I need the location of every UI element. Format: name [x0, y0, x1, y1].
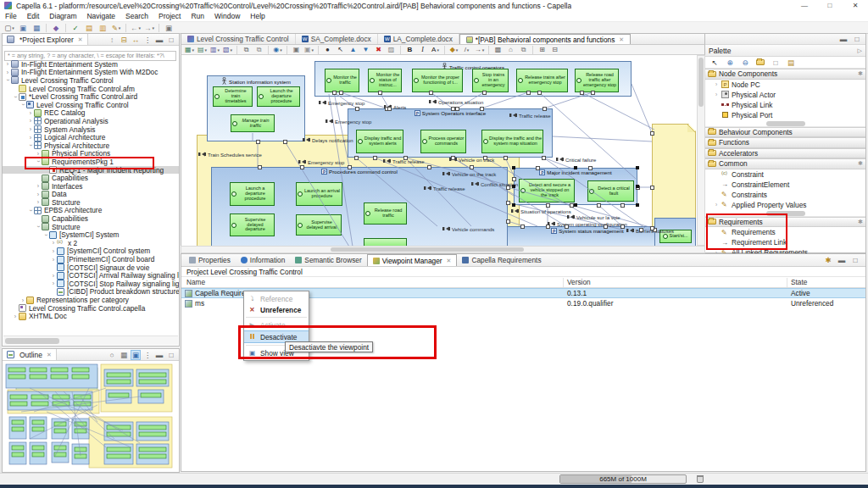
- maximize-view-icon[interactable]: □: [851, 34, 863, 44]
- save-all-icon[interactable]: ▦: [31, 23, 42, 33]
- filters-icon[interactable]: ▥▾: [209, 45, 220, 54]
- physical-function[interactable]: [364, 238, 407, 246]
- expander-icon[interactable]: ›: [36, 158, 42, 165]
- tree-item[interactable]: ›x 2: [3, 239, 179, 247]
- tab-outline[interactable]: Outline ✕: [3, 349, 57, 360]
- detach-icon[interactable]: ⧉: [253, 45, 264, 54]
- settings-icon[interactable]: ✱: [822, 255, 834, 265]
- component-port[interactable]: [526, 91, 531, 95]
- minimize-window-button[interactable]: —: [792, 0, 817, 11]
- maximize-icon[interactable]: □: [849, 255, 861, 265]
- expander-icon[interactable]: ›: [19, 297, 26, 303]
- physical-function[interactable]: Display traffic and system alerts: [356, 130, 403, 153]
- expander-icon[interactable]: ›: [5, 77, 11, 84]
- restore-window-button[interactable]: □: [817, 0, 843, 11]
- palette-scrollbar[interactable]: [705, 120, 865, 127]
- view-menu-icon[interactable]: ⋮: [142, 350, 153, 360]
- selection-handle[interactable]: [636, 166, 639, 169]
- tree-item[interactable]: Capabilities: [3, 214, 179, 223]
- expander-icon[interactable]: ›: [27, 126, 34, 132]
- component-port[interactable]: [537, 91, 542, 95]
- refresh-icon[interactable]: ○: [107, 350, 117, 360]
- tree-item[interactable]: ›[COTSCI] Stop Railway signaling lights: [3, 280, 179, 288]
- exchange-label[interactable]: Vehicle on the track: [442, 171, 496, 177]
- physical-function[interactable]: Release road traffic: [364, 202, 407, 225]
- expander-icon[interactable]: ›: [36, 224, 42, 230]
- select-tool-icon[interactable]: ↖: [335, 45, 346, 54]
- exchange-label[interactable]: Emergency stop: [319, 100, 364, 106]
- palette-group-common[interactable]: Common✱: [705, 158, 865, 169]
- component-port[interactable]: [580, 91, 584, 95]
- arrow-type-icon[interactable]: →▾: [474, 45, 485, 54]
- exchange-label[interactable]: Situation of operations: [511, 208, 571, 214]
- last-edit-location-icon[interactable]: ▣: [163, 23, 175, 33]
- component-port[interactable]: [504, 156, 508, 160]
- tree-item[interactable]: ›Interfaces: [3, 182, 179, 191]
- exchange-label[interactable]: Train Schedules service: [198, 152, 262, 158]
- component-port[interactable]: [348, 165, 352, 169]
- menu-item[interactable]: Search: [120, 12, 153, 20]
- tree-item[interactable]: Level Crossing Traffic Control.afm: [3, 85, 179, 93]
- component-port[interactable]: [546, 225, 550, 229]
- expander-icon[interactable]: ›: [4, 61, 11, 67]
- garbage-collect-icon[interactable]: [697, 475, 704, 483]
- palette-item-requirements[interactable]: Requirements: [705, 227, 865, 237]
- tree-item[interactable]: ›Structure: [3, 223, 179, 231]
- tree-item[interactable]: ›*Level Crossing Traffic Control.aird: [3, 92, 179, 101]
- component-port[interactable]: [565, 225, 569, 229]
- physical-function[interactable]: Launch the departure procedure: [257, 86, 300, 107]
- component-port[interactable]: [506, 201, 510, 205]
- component-port[interactable]: [588, 166, 593, 170]
- selection-handle[interactable]: [512, 203, 515, 207]
- tree-item[interactable]: [COTSCI] Signaux de voie: [3, 263, 179, 272]
- physical-function[interactable]: Display the traffic and the system map s…: [481, 130, 543, 153]
- marquee-tool[interactable]: □: [770, 58, 782, 68]
- tree-item[interactable]: ›Representations per category: [3, 296, 179, 304]
- physical-function[interactable]: Supervise delayed arrival: [296, 214, 342, 236]
- expander-icon[interactable]: ›: [28, 207, 34, 214]
- expander-icon[interactable]: ›: [12, 313, 19, 319]
- expander-icon[interactable]: ›: [50, 280, 57, 286]
- component-port[interactable]: [283, 140, 287, 144]
- exchange-label[interactable]: Delays notification: [303, 137, 353, 143]
- component-port[interactable]: [520, 225, 525, 229]
- expander-icon[interactable]: ›: [50, 240, 57, 246]
- group-settings-icon[interactable]: ✱: [858, 160, 863, 167]
- link-with-editor-icon[interactable]: ↔: [131, 35, 141, 45]
- physical-function[interactable]: Launch a departure procedure: [230, 182, 275, 206]
- group-settings-icon[interactable]: ✱: [858, 219, 863, 225]
- bottom-tab-information[interactable]: Information: [236, 254, 291, 266]
- component-port[interactable]: [604, 225, 608, 229]
- palette-item-physical-port[interactable]: Physical Port: [705, 110, 865, 120]
- exchange-label[interactable]: Operations situation: [429, 99, 483, 105]
- close-tab-icon[interactable]: ✕: [447, 258, 452, 264]
- zoom-in-tool[interactable]: ⊕: [724, 58, 736, 68]
- physical-function[interactable]: Supervise delayed departure: [230, 214, 275, 236]
- component-port[interactable]: [355, 107, 359, 111]
- component-port[interactable]: [258, 165, 262, 169]
- physical-function[interactable]: Process operator commands: [420, 130, 466, 153]
- component-port[interactable]: [542, 156, 546, 160]
- capella-session-icon[interactable]: ◆: [50, 23, 62, 33]
- exchange-label[interactable]: System operating configuration: [548, 221, 627, 227]
- layers-icon[interactable]: ▧▾: [222, 45, 233, 54]
- column-name[interactable]: Name: [186, 278, 205, 286]
- palette-group-behaviour-components[interactable]: Behaviour Components: [705, 127, 865, 138]
- close-view-icon[interactable]: ✕: [47, 352, 52, 358]
- move-down-icon[interactable]: ▼: [360, 45, 371, 54]
- context-menu-item-reference[interactable]: ⤵Reference: [244, 293, 309, 304]
- exchange-label[interactable]: Emergency stop: [298, 159, 344, 165]
- font-icon[interactable]: A▾: [430, 45, 441, 54]
- component-port[interactable]: [256, 140, 260, 144]
- exchange-label[interactable]: Vehicle commands: [442, 226, 494, 232]
- tags-icon[interactable]: ⌂: [505, 45, 516, 54]
- bottom-tab-viewpoint-manager[interactable]: Viewpoint Manager✕: [367, 254, 458, 266]
- zoom-out-tool[interactable]: ⊖: [739, 58, 751, 68]
- palette-group-accelerators[interactable]: Accelerators: [705, 148, 865, 159]
- exchange-label[interactable]: Vehicle on track: [449, 157, 494, 163]
- tree-item[interactable]: ›Logical Architecture: [3, 133, 179, 141]
- expander-icon[interactable]: ›: [35, 151, 42, 157]
- editor-tab[interactable]: SA_Complete.docx: [296, 34, 378, 44]
- collapse-all-icon[interactable]: ⊟: [119, 35, 129, 45]
- close-tab-icon[interactable]: ✕: [619, 36, 624, 43]
